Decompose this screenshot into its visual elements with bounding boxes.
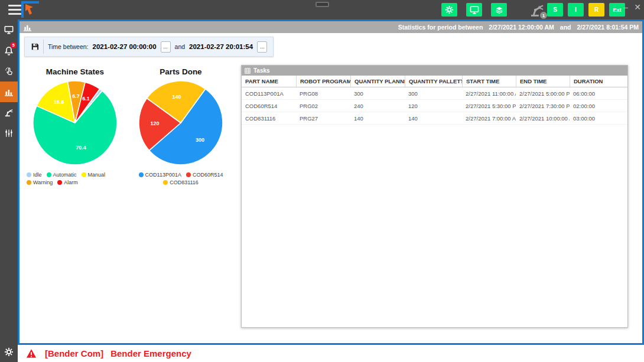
pie-slice-label: 6.7 — [72, 93, 80, 99]
stats-period-start: 2/27/2021 12:00:00 AM — [489, 24, 554, 31]
table-cell: 02:00:00 — [570, 100, 627, 112]
column-header[interactable]: END TIME — [516, 76, 570, 87]
chart-title: Machine States — [46, 67, 104, 76]
table-cell: COD831116 — [242, 112, 296, 124]
column-header[interactable]: QUANTITY PALLETTIZED — [405, 76, 462, 87]
column-header[interactable]: PART NAME — [242, 76, 296, 87]
legend-item-COD60R514: COD60R514 — [186, 172, 223, 178]
menu-icon[interactable] — [8, 5, 21, 15]
close-button[interactable]: ✕ — [632, 1, 643, 13]
mode-r-button[interactable]: R — [588, 3, 604, 17]
legend-label: Idle — [33, 172, 42, 178]
table-cell: 300 — [405, 87, 462, 99]
parts-done-pie: 300120140 — [136, 79, 225, 169]
tasks-panel-header: Tasks — [242, 66, 627, 76]
column-header[interactable]: ROBOT PROGRAM — [296, 76, 350, 87]
table-row[interactable]: COD60R514PRG022401202/27/2021 5:30:00 PM… — [242, 100, 627, 112]
legend-label: COD831116 — [170, 180, 199, 185]
table-cell: PRG02 — [296, 100, 350, 112]
table-row[interactable]: COD831116PRG271401402/27/2021 7:00:00 AM… — [242, 112, 627, 125]
data-button[interactable] — [491, 3, 507, 17]
table-cell: 03:00:00 — [570, 112, 627, 124]
gear-icon — [4, 347, 14, 357]
table-cell: 2/27/2021 5:00:00 PM — [516, 87, 570, 99]
machine-states-chart: Machine States 1.270.415.66.76.1 IdleAut… — [23, 67, 127, 185]
sidebar-item-manual-control[interactable] — [0, 61, 18, 81]
column-header[interactable]: QUANTITY PLANNED — [350, 76, 405, 87]
alerts-count-badge: 5 — [10, 42, 17, 48]
layers-icon — [495, 6, 503, 14]
time-range-toolbar: Time between: 2021-02-27 00:00:00 ... an… — [24, 37, 274, 57]
sidebar-item-alerts[interactable]: 5 — [0, 40, 18, 61]
pie-slice-label: 140 — [173, 94, 181, 100]
end-time-picker-button[interactable]: ... — [257, 41, 267, 53]
legend-label: Alarm — [64, 180, 78, 185]
alarm-source: [Bender Com] — [45, 348, 103, 358]
table-cell: 2/27/2021 11:00:00 AM — [462, 87, 516, 99]
tasks-table-header-row: PART NAMEROBOT PROGRAMQUANTITY PLANNEDQU… — [242, 76, 627, 87]
robot-count-badge: 1 — [540, 12, 547, 19]
legend-dot — [82, 172, 86, 177]
legend-dot — [139, 172, 144, 177]
legend-dot — [57, 180, 62, 185]
table-cell: 2/27/2021 10:00:00 AM — [516, 112, 570, 124]
save-icon[interactable] — [31, 43, 39, 51]
table-cell: 120 — [405, 100, 462, 112]
legend-label: Automatic — [53, 172, 77, 178]
legend-dot — [27, 172, 31, 177]
sidebar-nav: 5 — [0, 19, 18, 362]
table-cell: 140 — [405, 112, 462, 124]
legend-item-COD113P001A: COD113P001A — [139, 172, 181, 178]
legend-label: COD60R514 — [193, 172, 223, 178]
table-cell: COD60R514 — [242, 100, 296, 112]
tasks-title: Tasks — [253, 67, 270, 74]
settings-button[interactable] — [441, 3, 457, 17]
legend-dot — [186, 172, 191, 177]
alarm-message: Bender Emergency — [110, 348, 191, 358]
sidebar-item-robot[interactable] — [0, 102, 18, 123]
touch-icon — [5, 67, 14, 76]
table-row[interactable]: COD113P001APRG083003002/27/2021 11:00:00… — [242, 87, 627, 100]
table-cell: 140 — [350, 112, 405, 124]
start-time-field[interactable]: 2021-02-27 00:00:00 — [92, 43, 156, 50]
parts-done-chart: Parts Done 300120140 COD113P001ACOD60R51… — [127, 67, 235, 185]
sidebar-item-statistics[interactable] — [0, 81, 18, 102]
robot-status-icon[interactable]: 1 — [529, 2, 545, 18]
legend-item-Idle: Idle — [27, 172, 42, 178]
legend-item-Automatic: Automatic — [47, 172, 77, 178]
monitor-icon — [470, 6, 479, 14]
sidebar-settings-button[interactable] — [0, 345, 18, 359]
legend-item-Alarm: Alarm — [57, 180, 78, 185]
legend-item-Warning: Warning — [27, 180, 53, 185]
end-time-field[interactable]: 2021-02-27 20:01:54 — [189, 43, 253, 50]
legend-item-COD831116: COD831116 — [163, 180, 199, 185]
mode-i-button[interactable]: I — [568, 3, 584, 17]
column-header[interactable]: START TIME — [462, 76, 516, 87]
and-label: and — [175, 43, 186, 50]
sidebar-item-parameters[interactable] — [0, 123, 18, 144]
statistics-header-bar: Statistics for period between 2/27/2021 … — [19, 21, 642, 33]
tasks-table-body: COD113P001APRG083003002/27/2021 11:00:00… — [242, 87, 627, 125]
stats-period-label: Statistics for period between — [398, 24, 483, 31]
monitor-icon — [4, 25, 14, 34]
legend-item-Manual: Manual — [82, 172, 106, 178]
mode-s-button[interactable]: S — [547, 3, 563, 17]
window-drag-handle[interactable] — [316, 2, 329, 7]
table-cell: COD113P001A — [242, 87, 296, 99]
robot-arm-icon — [4, 108, 14, 117]
sidebar-item-monitor[interactable] — [0, 19, 18, 40]
table-cell: 240 — [350, 100, 405, 112]
legend-dot — [27, 180, 31, 185]
legend-dot — [163, 180, 168, 185]
legend-label: Manual — [88, 172, 106, 178]
column-header[interactable]: DURATION — [570, 76, 627, 87]
display-button[interactable] — [466, 3, 482, 17]
minimize-button[interactable]: – — [620, 1, 631, 13]
pie-slice-label: 15.6 — [54, 99, 64, 105]
stats-period-and: and — [560, 24, 571, 31]
legend-label: Warning — [33, 180, 53, 185]
statistics-page: Statistics for period between 2/27/2021 … — [18, 19, 644, 345]
machine-states-legend: IdleAutomaticManualWarningAlarm — [23, 172, 127, 185]
start-time-picker-button[interactable]: ... — [161, 41, 171, 53]
title-bar: 1 S I R Ext – ✕ — [0, 0, 644, 19]
